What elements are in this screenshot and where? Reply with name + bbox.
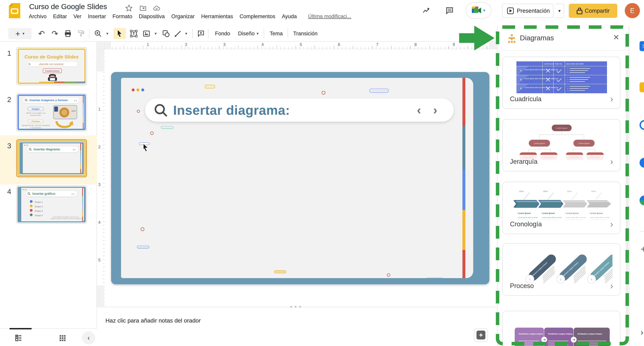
account-avatar[interactable]: E bbox=[625, 3, 640, 18]
chevron-right-icon[interactable]: › bbox=[610, 94, 613, 104]
zoom-caret[interactable]: ▾ bbox=[104, 28, 111, 39]
print-button[interactable] bbox=[62, 28, 74, 39]
diagram-card-cuadricula[interactable]: Lorem ipsum Dolor nec Ipsum dolor amet d… bbox=[502, 56, 620, 109]
diagram-card-jerarquia[interactable]: Lorem Ipsum Lorem Ipsum Lorem Ipsum Lore… bbox=[502, 119, 620, 172]
chevron-right-icon[interactable]: › bbox=[610, 219, 613, 229]
slide-thumbnail-1[interactable]: Curso de Google Slides ¡Aprende con noso… bbox=[16, 47, 87, 85]
theme-button[interactable]: Tema bbox=[267, 28, 286, 39]
panel-divider bbox=[498, 50, 629, 51]
paint-format-button[interactable] bbox=[76, 28, 86, 39]
move-folder-icon[interactable] bbox=[139, 4, 147, 12]
notes-drag-handle[interactable] bbox=[290, 306, 301, 308]
chevron-right-icon[interactable]: › bbox=[610, 281, 613, 291]
menu-ver[interactable]: Ver bbox=[74, 13, 82, 20]
undo-button[interactable]: ↶ bbox=[36, 28, 47, 39]
last-modified-link[interactable]: Última modificaci... bbox=[308, 13, 351, 20]
svg-text:Lorem ipsum dolor sit amet nec: Lorem ipsum dolor sit amet nec at adipis… bbox=[524, 69, 558, 71]
search-icon bbox=[153, 103, 168, 118]
menu-herramientas[interactable]: Herramientas bbox=[201, 13, 233, 20]
panel-scrollbar[interactable] bbox=[626, 65, 628, 345]
activity-trend-icon[interactable] bbox=[422, 6, 431, 15]
svg-text:Lorem Ipsum: Lorem Ipsum bbox=[544, 156, 554, 158]
grid-view-icon[interactable] bbox=[59, 334, 66, 342]
add-addon-icon[interactable]: + bbox=[640, 244, 644, 254]
filmstrip-view-icon[interactable] bbox=[15, 334, 22, 342]
slide-number: 4 bbox=[7, 188, 11, 196]
maps-icon[interactable] bbox=[640, 196, 644, 206]
menu-ayuda[interactable]: Ayuda bbox=[282, 13, 297, 20]
layout-button[interactable]: Diseño▾ bbox=[236, 28, 260, 39]
menu-editar[interactable]: Editar bbox=[53, 13, 67, 20]
line-tool-button[interactable] bbox=[172, 28, 184, 39]
svg-text:Ipsum dolor amet dolor: Ipsum dolor amet dolor bbox=[566, 63, 584, 65]
image-tool-button[interactable] bbox=[141, 28, 152, 39]
svg-text:1: 1 bbox=[520, 69, 522, 72]
speaker-notes-placeholder[interactable]: Haz clic para añadir notas del orador bbox=[106, 317, 201, 324]
image-caret[interactable]: ▾ bbox=[152, 28, 159, 39]
tasks-icon[interactable] bbox=[640, 120, 644, 130]
menu-diapositiva[interactable]: Diapositiva bbox=[139, 13, 165, 20]
collapse-filmstrip-button[interactable]: ‹ bbox=[82, 331, 95, 344]
search-icon bbox=[28, 63, 31, 66]
close-panel-button[interactable]: ✕ bbox=[613, 33, 619, 42]
curved-arrow-shape bbox=[55, 120, 76, 130]
menu-insertar[interactable]: Insertar bbox=[88, 13, 106, 20]
svg-text:Lorem ipsum dolor sit amet: Lorem ipsum dolor sit amet bbox=[590, 216, 610, 218]
workspace-side-strip: 31 + › bbox=[629, 26, 644, 346]
panel-title: Diagramas bbox=[520, 34, 554, 42]
comments-icon[interactable] bbox=[445, 6, 454, 15]
keep-icon[interactable] bbox=[640, 82, 644, 92]
menu-organizar[interactable]: Organizar bbox=[171, 13, 194, 20]
decor-shape bbox=[24, 145, 25, 146]
share-button[interactable]: Compartir bbox=[569, 4, 617, 18]
svg-text:Lorem ipsum: Lorem ipsum bbox=[544, 63, 554, 65]
textbox-tool-button[interactable] bbox=[128, 28, 139, 39]
slides-logo[interactable] bbox=[9, 3, 20, 18]
document-title[interactable]: Curso de Google Slides bbox=[29, 2, 107, 11]
diagrams-icon bbox=[507, 34, 517, 44]
menu-formato[interactable]: Formato bbox=[112, 13, 132, 20]
slide-search-bar[interactable]: Insertar diagrama: ‹ › bbox=[145, 98, 454, 122]
decor-shape bbox=[204, 85, 215, 88]
svg-text:Dolor nec: Dolor nec bbox=[555, 63, 562, 65]
meet-button[interactable]: ▾ bbox=[466, 2, 492, 18]
slide-thumbnail-4[interactable]: Insertar gráfico: ‹› Grupo 1 Grupo 2 Gru… bbox=[16, 186, 87, 224]
diagram-card-partial[interactable]: Vestibulum congue tempus Vestibulum cong… bbox=[502, 311, 620, 346]
contacts-icon[interactable] bbox=[640, 158, 644, 168]
present-dropdown[interactable]: ▾ bbox=[555, 4, 564, 18]
svg-text:Lorem Ipsum: Lorem Ipsum bbox=[590, 212, 603, 214]
diagram-card-cronologia[interactable]: 20XX 20XX 20XX 20XX Lorem Ipsum Lorem Ip… bbox=[502, 182, 620, 234]
slide-frame[interactable]: Insertar diagrama: ‹ › bbox=[111, 72, 489, 284]
transition-button[interactable]: Transición bbox=[291, 28, 320, 39]
thumb2-body1: Añade una imagen a tu presentación. bbox=[21, 112, 50, 116]
menu-complementos[interactable]: Complementos bbox=[240, 13, 275, 20]
new-slide-button[interactable]: +▾ bbox=[8, 28, 32, 39]
select-tool-button[interactable] bbox=[114, 28, 126, 39]
grid-diagram-preview: Lorem ipsum Dolor nec Ipsum dolor amet d… bbox=[516, 62, 607, 93]
slide-page[interactable]: Insertar diagrama: ‹ › bbox=[121, 78, 473, 278]
svg-text:Vestibulum congue tempus: Vestibulum congue tempus bbox=[518, 333, 543, 335]
slide-canvas[interactable]: Insertar diagrama: ‹ › bbox=[104, 49, 497, 307]
zoom-button[interactable] bbox=[92, 28, 104, 39]
cloud-saved-icon[interactable] bbox=[153, 4, 160, 12]
redo-button[interactable]: ↷ bbox=[50, 28, 60, 39]
background-button[interactable]: Fondo bbox=[212, 28, 233, 39]
ruler-number: 1 bbox=[147, 42, 149, 47]
diagram-card-proceso[interactable]: Vestibulum congue tempus 1 Vestibulum co… bbox=[502, 244, 620, 296]
add-comment-button[interactable] bbox=[195, 28, 207, 39]
slide-thumbnail-2[interactable]: Insertar imágenes y formas: ‹› Imagen Añ… bbox=[16, 93, 87, 131]
star-icon[interactable] bbox=[125, 4, 133, 12]
present-label: Presentación bbox=[517, 8, 550, 14]
explore-button[interactable] bbox=[474, 328, 488, 342]
chevron-right-icon[interactable]: › bbox=[640, 328, 643, 337]
present-button[interactable]: Presentación bbox=[502, 4, 554, 18]
search-icon bbox=[28, 192, 31, 196]
slide-thumbnail-3-selected[interactable]: Insertar diagrama: ‹› bbox=[16, 139, 87, 177]
speaker-notes-area[interactable]: Haz clic para añadir notas del orador bbox=[97, 307, 497, 346]
menu-archivo[interactable]: Archivo bbox=[29, 13, 46, 20]
thumb1-bubble: Comencemos bbox=[43, 68, 62, 73]
chevron-right-icon[interactable]: › bbox=[610, 156, 613, 167]
shape-tool-button[interactable] bbox=[160, 28, 172, 39]
line-caret[interactable]: ▾ bbox=[183, 28, 190, 39]
calendar-icon[interactable]: 31 bbox=[640, 41, 644, 51]
